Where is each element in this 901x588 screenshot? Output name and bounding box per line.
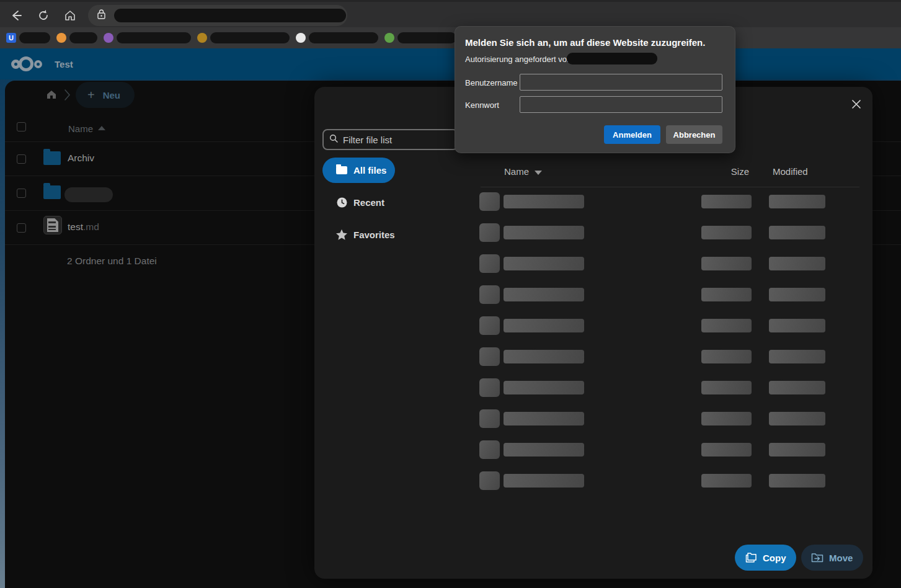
bookmarks-bar: U bbox=[0, 27, 901, 48]
search-icon bbox=[329, 134, 339, 146]
skeleton-icon-placeholder bbox=[479, 409, 500, 428]
back-icon[interactable] bbox=[7, 7, 25, 24]
breadcrumb-home-icon[interactable] bbox=[46, 89, 57, 102]
skeleton-name-placeholder bbox=[504, 195, 584, 208]
nextcloud-logo-icon[interactable] bbox=[11, 54, 47, 74]
skeleton-icon-placeholder bbox=[479, 192, 500, 211]
home-icon[interactable] bbox=[61, 7, 79, 24]
picker-table-header: Name Size Modified bbox=[314, 163, 860, 187]
redacted-folder-name bbox=[64, 187, 113, 202]
browser-toolbar bbox=[0, 0, 901, 27]
skeleton-name-placeholder bbox=[504, 226, 584, 239]
skeleton-name-placeholder bbox=[504, 319, 584, 332]
skeleton-size-placeholder bbox=[701, 257, 752, 270]
skeleton-file-row bbox=[314, 285, 872, 304]
row-checkbox[interactable] bbox=[17, 154, 26, 164]
bookmark-item[interactable] bbox=[56, 32, 97, 43]
skeleton-name-placeholder bbox=[504, 350, 584, 363]
address-bar[interactable] bbox=[88, 5, 347, 26]
redacted-bookmark-label bbox=[69, 32, 97, 43]
bird-icon bbox=[56, 33, 66, 43]
skeleton-name-placeholder bbox=[504, 412, 584, 425]
folder-icon bbox=[43, 151, 61, 165]
file-name[interactable]: Archiv bbox=[68, 153, 94, 164]
bookmark-item[interactable] bbox=[296, 32, 378, 43]
sort-descending-icon[interactable] bbox=[535, 171, 542, 175]
lock-icon[interactable] bbox=[97, 9, 106, 22]
picker-column-size[interactable]: Size bbox=[701, 166, 749, 177]
globe-gold-icon bbox=[197, 33, 207, 43]
file-list-summary: 2 Ordner und 1 Datei bbox=[67, 256, 157, 267]
picker-file-rows bbox=[314, 192, 872, 515]
skeleton-mod-placeholder bbox=[769, 350, 825, 363]
sort-ascending-icon[interactable] bbox=[98, 126, 105, 130]
select-all-checkbox[interactable] bbox=[17, 122, 26, 131]
redacted-requester bbox=[567, 53, 657, 65]
row-checkbox[interactable] bbox=[17, 189, 26, 198]
copy-folder-icon bbox=[745, 552, 757, 563]
column-header-name[interactable]: Name bbox=[68, 123, 93, 134]
skeleton-file-row bbox=[314, 223, 872, 242]
auth-dialog: Melden Sie sich an, um auf diese Website… bbox=[455, 26, 735, 153]
username-field[interactable] bbox=[520, 74, 722, 91]
skeleton-size-placeholder bbox=[701, 319, 752, 332]
skeleton-file-row bbox=[314, 471, 872, 490]
skeleton-icon-placeholder bbox=[479, 285, 500, 304]
skeleton-name-placeholder bbox=[504, 288, 584, 301]
folder-icon bbox=[43, 185, 61, 199]
skeleton-icon-placeholder bbox=[479, 254, 500, 273]
bookmark-item[interactable]: U bbox=[6, 32, 50, 43]
redacted-bookmark-label bbox=[397, 32, 456, 43]
file-extension: .md bbox=[83, 221, 99, 232]
skeleton-mod-placeholder bbox=[769, 257, 825, 270]
password-field[interactable] bbox=[520, 96, 722, 113]
skeleton-name-placeholder bbox=[504, 443, 584, 457]
bookmark-item[interactable] bbox=[104, 32, 191, 43]
picker-column-modified[interactable]: Modified bbox=[773, 166, 808, 177]
skeleton-mod-placeholder bbox=[769, 474, 825, 488]
skeleton-file-row bbox=[314, 192, 872, 211]
skeleton-icon-placeholder bbox=[479, 471, 500, 490]
auth-dialog-subtitle: Autorisierung angefordert von bbox=[465, 55, 571, 64]
file-name[interactable]: test.md bbox=[68, 221, 99, 233]
globe-purple-icon bbox=[104, 33, 113, 43]
move-folder-icon bbox=[811, 553, 823, 563]
picker-column-name[interactable]: Name bbox=[504, 166, 529, 177]
skeleton-file-row bbox=[314, 378, 872, 397]
file-picker-dialog: All files Recent Favorites Name Size Mod… bbox=[314, 87, 872, 579]
move-button[interactable]: Move bbox=[801, 545, 863, 571]
filter-file-list-input[interactable] bbox=[343, 135, 448, 145]
skeleton-mod-placeholder bbox=[769, 443, 825, 457]
copy-button[interactable]: Copy bbox=[735, 545, 796, 571]
skeleton-size-placeholder bbox=[701, 195, 752, 208]
skeleton-mod-placeholder bbox=[769, 412, 825, 425]
skeleton-icon-placeholder bbox=[479, 440, 500, 459]
reload-icon[interactable] bbox=[35, 7, 52, 24]
skeleton-file-row bbox=[314, 440, 872, 459]
skeleton-mod-placeholder bbox=[769, 288, 825, 301]
teacup-icon bbox=[384, 33, 394, 43]
skeleton-file-row bbox=[314, 254, 872, 273]
skeleton-icon-placeholder bbox=[479, 316, 500, 335]
skeleton-size-placeholder bbox=[701, 412, 752, 425]
skeleton-mod-placeholder bbox=[769, 381, 825, 394]
login-button[interactable]: Anmelden bbox=[604, 125, 660, 144]
plus-icon: + bbox=[87, 89, 95, 101]
username-label: Benutzername bbox=[465, 78, 518, 87]
skeleton-icon-placeholder bbox=[479, 223, 500, 242]
rabbit-icon bbox=[296, 33, 306, 43]
skeleton-icon-placeholder bbox=[479, 347, 500, 366]
filter-input-wrap bbox=[322, 129, 458, 150]
bookmark-item[interactable] bbox=[384, 32, 456, 43]
cancel-button[interactable]: Abbrechen bbox=[666, 125, 722, 144]
new-button-label: Neu bbox=[103, 90, 120, 100]
markdown-file-icon bbox=[43, 216, 62, 234]
close-icon[interactable] bbox=[848, 96, 864, 112]
skeleton-file-row bbox=[314, 347, 872, 366]
new-button[interactable]: + Neu bbox=[76, 82, 135, 108]
bookmark-item[interactable] bbox=[197, 32, 290, 43]
skeleton-size-placeholder bbox=[701, 226, 752, 239]
row-checkbox[interactable] bbox=[17, 223, 26, 233]
skeleton-mod-placeholder bbox=[769, 195, 825, 208]
skeleton-size-placeholder bbox=[701, 350, 752, 363]
